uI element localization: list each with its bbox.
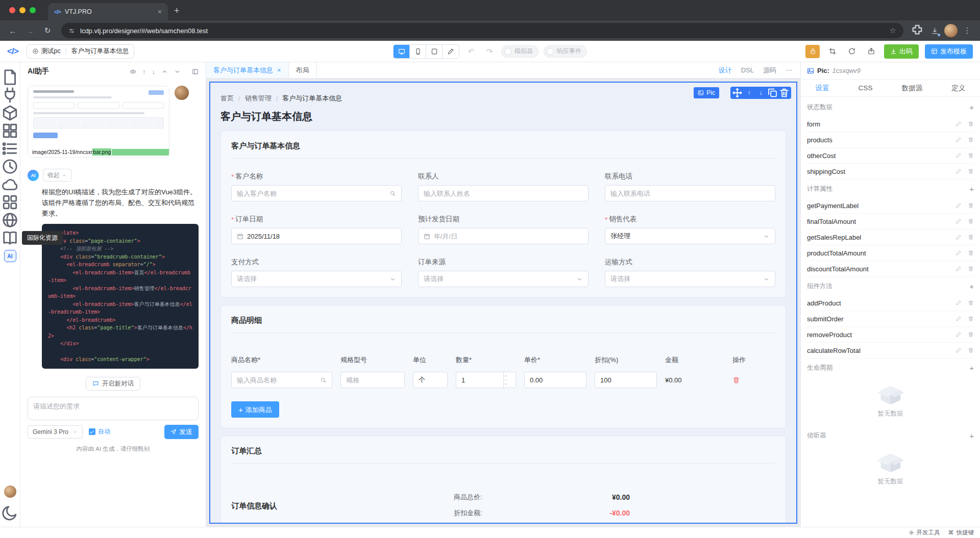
move-down-icon[interactable]: ↓	[755, 87, 767, 98]
inspector-tab-css[interactable]: CSS	[859, 84, 873, 92]
delete-icon[interactable]	[968, 331, 974, 338]
project-switcher[interactable]: 测试pc	[32, 47, 61, 56]
downloads-button[interactable]	[927, 23, 942, 38]
inspector-tab-settings[interactable]: 设置	[816, 84, 829, 93]
model-select[interactable]: Gemini 3 Pro	[28, 425, 83, 439]
auto-checkbox[interactable]: 自动	[89, 427, 110, 436]
refresh-button[interactable]	[845, 47, 859, 55]
mode-design-tab[interactable]: 设计	[719, 66, 732, 75]
add-computed-button[interactable]: +	[969, 185, 974, 193]
history-icon[interactable]	[1, 158, 19, 175]
delete-icon[interactable]	[968, 300, 974, 306]
events-toggle[interactable]: 响应事件	[544, 45, 587, 58]
browser-tab[interactable]: </> VTJ.PRO ×	[48, 3, 168, 20]
method-item-row[interactable]: addProduct	[807, 295, 974, 311]
shortcuts-button[interactable]: ⌘ 快捷键	[948, 529, 974, 536]
user-avatar[interactable]	[4, 485, 16, 498]
delete-icon[interactable]	[968, 152, 974, 159]
api-icon[interactable]	[1, 175, 19, 193]
publish-template-button[interactable]: 发布模板	[925, 44, 973, 59]
close-tab-icon[interactable]: ×	[277, 66, 281, 74]
bookmark-star-icon[interactable]: ☆	[890, 26, 896, 35]
inspector-tab-datasource[interactable]: 数据源	[902, 84, 923, 93]
browser-profile-avatar[interactable]	[944, 24, 958, 37]
plugins-icon[interactable]	[1, 86, 19, 104]
chevron-up-icon[interactable]	[161, 68, 168, 75]
quantity-stepper[interactable]	[456, 372, 516, 388]
discount-input[interactable]	[595, 372, 657, 388]
state-item-row[interactable]: otherCost	[807, 148, 974, 164]
computed-item-row[interactable]: getPaymentLabel	[807, 198, 974, 214]
contact-input[interactable]	[418, 185, 589, 201]
computed-item-row[interactable]: finalTotalAmount	[807, 214, 974, 229]
stepper-buttons[interactable]	[503, 372, 516, 388]
edit-icon[interactable]	[955, 234, 962, 240]
delete-icon[interactable]	[968, 168, 974, 174]
breadcrumb-item[interactable]: 销售管理	[245, 94, 272, 103]
edit-icon[interactable]	[955, 331, 962, 338]
url-bar[interactable]: lcdp.vtj.pro/designer/#/web/samchen08.te…	[61, 23, 903, 38]
send-button[interactable]: 发送	[164, 425, 199, 439]
back-button[interactable]: ←	[5, 23, 20, 38]
edit-icon[interactable]	[955, 347, 962, 353]
outline-icon[interactable]	[1, 140, 19, 158]
computed-item-row[interactable]: discountTotalAmount	[807, 261, 974, 277]
collapse-panel-icon[interactable]	[192, 68, 199, 75]
breadcrumb-item[interactable]: 首页	[220, 94, 234, 103]
add-watcher-button[interactable]: +	[969, 431, 974, 440]
method-item-row[interactable]: submitOrder	[807, 311, 974, 327]
delete-icon[interactable]	[968, 347, 974, 353]
reload-button[interactable]: ↻	[40, 23, 55, 38]
edit-icon[interactable]	[955, 152, 962, 159]
extensions-icon[interactable]	[910, 23, 925, 38]
delete-icon[interactable]	[968, 266, 974, 272]
order-source-select[interactable]: 请选择	[418, 271, 589, 287]
edit-icon[interactable]	[955, 316, 962, 322]
edit-icon[interactable]	[955, 168, 962, 174]
code-block[interactable]: <template> <div class="page-container"> …	[42, 224, 199, 369]
method-item-row[interactable]: removeProduct	[807, 327, 974, 343]
inspector-tab-definition[interactable]: 定义	[951, 84, 965, 93]
vtj-logo[interactable]: </>	[7, 46, 18, 57]
window-close-button[interactable]	[9, 7, 15, 13]
device-phone-button[interactable]	[410, 45, 426, 58]
shipping-method-select[interactable]: 请选择	[605, 271, 775, 287]
computed-item-row[interactable]: getSalesRepLabel	[807, 229, 974, 245]
scroll-up-icon[interactable]: ↑	[142, 68, 146, 75]
preview-button[interactable]	[865, 47, 878, 55]
add-product-button[interactable]: + 添加商品	[231, 401, 279, 418]
edit-icon[interactable]	[955, 300, 962, 306]
increment-icon[interactable]	[504, 372, 508, 380]
delete-icon[interactable]	[968, 316, 974, 322]
edit-icon[interactable]	[955, 137, 962, 143]
add-state-button[interactable]: +	[969, 103, 974, 112]
device-tablet-button[interactable]	[426, 45, 443, 58]
delete-icon[interactable]	[968, 121, 974, 127]
payment-select[interactable]: 请选择	[231, 271, 402, 287]
duplicate-node-icon[interactable]	[767, 87, 778, 98]
mode-source-tab[interactable]: 源码	[763, 66, 776, 75]
window-minimize-button[interactable]	[19, 7, 26, 13]
ship-date-input[interactable]	[418, 228, 589, 244]
ai-prompt-input[interactable]	[28, 397, 199, 420]
devtools-button[interactable]: 开发工具	[909, 529, 940, 536]
blocks-icon[interactable]	[1, 122, 19, 140]
edit-icon[interactable]	[955, 266, 962, 272]
state-item-row[interactable]: shippingCost	[807, 164, 974, 180]
scroll-down-icon[interactable]: ↓	[152, 68, 156, 75]
product-name-input[interactable]	[231, 372, 332, 388]
delete-icon[interactable]	[968, 202, 974, 209]
unit-price-input[interactable]	[524, 372, 586, 388]
delete-node-icon[interactable]	[778, 87, 790, 98]
computed-item-row[interactable]: productTotalAmount	[807, 245, 974, 261]
simulator-toggle[interactable]: 模拟器	[501, 45, 538, 58]
codegen-button[interactable]: 出码	[884, 44, 919, 59]
components-icon[interactable]	[1, 104, 19, 122]
method-item-row[interactable]: calculateRowTotal	[807, 343, 974, 358]
device-desktop-button[interactable]	[394, 45, 410, 58]
dark-mode-icon[interactable]	[1, 504, 19, 522]
delete-icon[interactable]	[968, 137, 974, 143]
redo-button[interactable]: ↷	[483, 47, 496, 56]
delete-row-icon[interactable]	[732, 376, 740, 384]
canvas-tab-active[interactable]: 客户与订单基本信息 ×	[206, 62, 289, 78]
